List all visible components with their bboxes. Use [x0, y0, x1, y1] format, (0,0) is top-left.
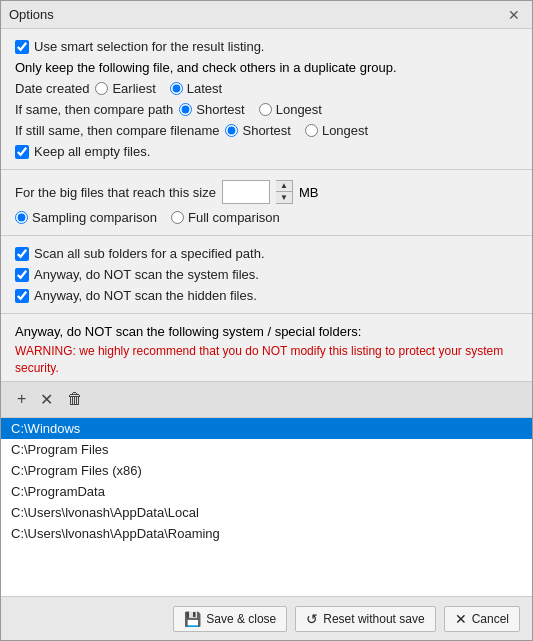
full-radio[interactable] [171, 211, 184, 224]
special-folders-label: Anyway, do NOT scan the following system… [15, 324, 518, 339]
folders-toolbar: + ✕ 🗑 [1, 382, 532, 418]
smart-selection-label[interactable]: Use smart selection for the result listi… [15, 39, 264, 54]
path-shortest-option[interactable]: Shortest [179, 102, 244, 117]
full-comparison-option[interactable]: Full comparison [171, 210, 280, 225]
scan-section: Scan all sub folders for a specified pat… [1, 236, 532, 314]
folders-section: Anyway, do NOT scan the following system… [1, 314, 532, 596]
keep-empty-checkbox[interactable] [15, 145, 29, 159]
list-item[interactable]: C:\Program Files [1, 439, 532, 460]
compare-path-row: If same, then compare path Shortest Long… [15, 102, 518, 117]
warning-text: WARNING: we highly recommend that you do… [15, 343, 518, 377]
smart-selection-checkbox[interactable] [15, 40, 29, 54]
list-item[interactable]: C:\Users\lvonash\AppData\Roaming [1, 523, 532, 544]
close-button[interactable]: ✕ [504, 6, 524, 24]
no-hidden-row: Anyway, do NOT scan the hidden files. [15, 288, 518, 303]
big-files-row: For the big files that reach this size 1… [15, 180, 518, 204]
earliest-radio[interactable] [95, 82, 108, 95]
remove-icon: ✕ [40, 390, 53, 409]
delete-icon: 🗑 [67, 390, 83, 408]
spinner-buttons: ▲ ▼ [276, 180, 293, 204]
scan-subfolders-label[interactable]: Scan all sub folders for a specified pat… [15, 246, 265, 261]
save-close-button[interactable]: 💾 Save & close [173, 606, 287, 632]
no-hidden-checkbox[interactable] [15, 289, 29, 303]
reset-button[interactable]: ↺ Reset without save [295, 606, 435, 632]
folders-list[interactable]: C:\WindowsC:\Program FilesC:\Program Fil… [1, 418, 532, 596]
path-longest-option[interactable]: Longest [259, 102, 322, 117]
compare-filename-label: If still same, then compare filename [15, 123, 219, 138]
smart-selection-row: Use smart selection for the result listi… [15, 39, 518, 54]
comparison-radio-group: Sampling comparison Full comparison [15, 210, 280, 225]
size-input[interactable]: 16 [222, 180, 270, 204]
no-hidden-label[interactable]: Anyway, do NOT scan the hidden files. [15, 288, 257, 303]
add-icon: + [17, 390, 26, 408]
only-keep-row: Only keep the following file, and check … [15, 60, 518, 75]
comparison-row: Sampling comparison Full comparison [15, 210, 518, 225]
title-bar: Options ✕ [1, 1, 532, 29]
no-system-row: Anyway, do NOT scan the system files. [15, 267, 518, 282]
compare-path-label: If same, then compare path [15, 102, 173, 117]
date-created-row: Date created Earliest Latest [15, 81, 518, 96]
path-longest-radio[interactable] [259, 103, 272, 116]
spinner-up-button[interactable]: ▲ [276, 181, 292, 192]
cancel-button[interactable]: ✕ Cancel [444, 606, 520, 632]
no-system-checkbox[interactable] [15, 268, 29, 282]
list-item[interactable]: C:\Users\lvonash\AppData\Local [1, 502, 532, 523]
filename-radio-group: Shortest Longest [225, 123, 368, 138]
scan-subfolders-row: Scan all sub folders for a specified pat… [15, 246, 518, 261]
folders-header: Anyway, do NOT scan the following system… [1, 314, 532, 382]
path-radio-group: Shortest Longest [179, 102, 322, 117]
delete-folder-button[interactable]: 🗑 [65, 388, 85, 410]
size-spinner: 16 ▲ ▼ MB [222, 180, 319, 204]
list-item[interactable]: C:\ProgramData [1, 481, 532, 502]
latest-option[interactable]: Latest [170, 81, 222, 96]
filename-shortest-radio[interactable] [225, 124, 238, 137]
remove-folder-button[interactable]: ✕ [38, 388, 55, 411]
cancel-label: Cancel [472, 612, 509, 626]
path-shortest-radio[interactable] [179, 103, 192, 116]
filename-longest-option[interactable]: Longest [305, 123, 368, 138]
save-icon: 💾 [184, 611, 201, 627]
sampling-radio[interactable] [15, 211, 28, 224]
cancel-icon: ✕ [455, 611, 467, 627]
window-title: Options [9, 7, 54, 22]
no-system-label[interactable]: Anyway, do NOT scan the system files. [15, 267, 259, 282]
selection-section: Use smart selection for the result listi… [1, 29, 532, 170]
keep-empty-label[interactable]: Keep all empty files. [15, 144, 150, 159]
filename-shortest-option[interactable]: Shortest [225, 123, 290, 138]
big-files-section: For the big files that reach this size 1… [1, 170, 532, 236]
filename-longest-radio[interactable] [305, 124, 318, 137]
footer: 💾 Save & close ↺ Reset without save ✕ Ca… [1, 596, 532, 640]
date-radio-group: Earliest Latest [95, 81, 222, 96]
list-item[interactable]: C:\Program Files (x86) [1, 460, 532, 481]
date-created-label: Date created [15, 81, 89, 96]
options-window: Options ✕ Use smart selection for the re… [0, 0, 533, 641]
save-label: Save & close [206, 612, 276, 626]
spinner-down-button[interactable]: ▼ [276, 192, 292, 203]
add-folder-button[interactable]: + [15, 388, 28, 410]
main-content: Use smart selection for the result listi… [1, 29, 532, 596]
mb-label: MB [299, 185, 319, 200]
earliest-option[interactable]: Earliest [95, 81, 155, 96]
compare-filename-row: If still same, then compare filename Sho… [15, 123, 518, 138]
sampling-option[interactable]: Sampling comparison [15, 210, 157, 225]
list-item[interactable]: C:\Windows [1, 418, 532, 439]
keep-empty-row: Keep all empty files. [15, 144, 518, 159]
only-keep-text: Only keep the following file, and check … [15, 60, 397, 75]
big-files-label: For the big files that reach this size [15, 185, 216, 200]
reset-icon: ↺ [306, 611, 318, 627]
latest-radio[interactable] [170, 82, 183, 95]
scan-subfolders-checkbox[interactable] [15, 247, 29, 261]
reset-label: Reset without save [323, 612, 424, 626]
